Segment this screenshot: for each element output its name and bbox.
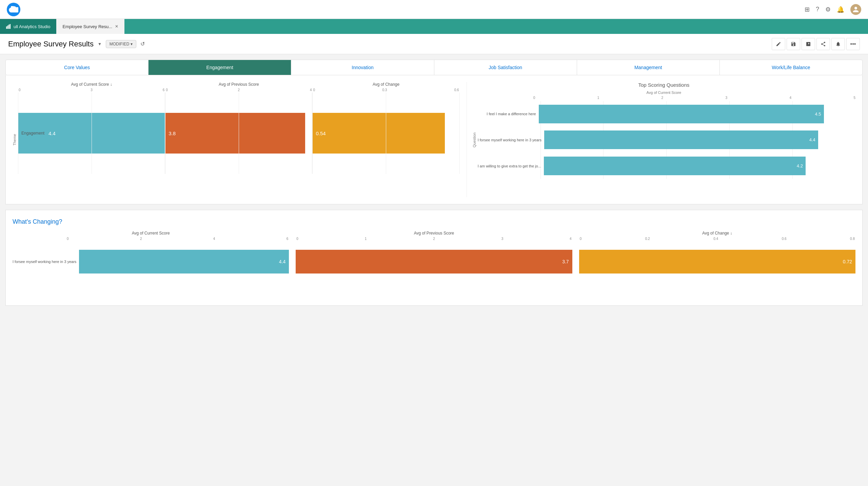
modified-badge[interactable]: MODIFIED ▾ [106,40,136,48]
header-right: ••• [772,38,860,50]
bottom-chart2-axis: 0 1 2 3 4 [296,237,572,241]
chart1-bars: Engagement 4.4 [18,93,165,174]
settings-icon[interactable]: ⚙ [825,6,831,13]
nav-right: ⊞ ? ⚙ 🔔 [805,4,861,15]
nav-left [7,3,20,16]
chart2-axis: 0 2 4 [165,88,312,92]
user-avatar[interactable] [850,4,861,15]
undo-button[interactable]: ↺ [140,41,145,47]
bottom-chart1-bar: 4.4 [79,250,289,274]
bottom-chart2-bars: 3.7 [296,241,572,282]
app-tab-bar: ull Analytics Studio Employee Survey Res… [0,19,868,34]
charts-row: Theme Avg of Current Score ↓ 0 3 6 [13,82,855,197]
chart3-bars: 0.54 [312,93,459,174]
right-chart-body: Question [472,101,855,179]
avg-current-score-chart: Avg of Current Score ↓ 0 3 6 [18,82,165,197]
right-bar-1-wrap: 4.5 [539,105,855,123]
chart-tab-navigation: Core Values Engagement Innovation Job Sa… [5,60,863,75]
chart1-bar: Engagement 4.4 [18,113,165,154]
notifications-icon[interactable]: 🔔 [837,6,844,13]
right-bar-1-fill: 4.5 [539,105,824,123]
right-chart-axis-title: Avg of Current Score [472,90,855,95]
bottom-chart3-title: Avg of Change ↓ [579,231,855,236]
more-options-button[interactable]: ••• [846,38,860,50]
bottom-chart2-title: Avg of Previous Score [296,231,572,236]
right-bar-3: I am willing to give extra to get the jo… [478,157,855,175]
chart1-title: Avg of Current Score ↓ [18,82,165,87]
avg-change-chart: Avg of Change 0 0.3 0.6 [312,82,459,197]
tab-management[interactable]: Management [577,60,720,75]
svg-rect-0 [6,26,7,29]
bottom-avg-change-chart: Avg of Change ↓ 0 0.2 0.4 0.6 0.8 0.72 [579,231,855,299]
right-chart-x-axis: 0 1 2 3 4 5 [472,96,855,100]
section-title: What's Changing? [13,217,855,225]
survey-results-tab[interactable]: Employee Survey Resu... ✕ [56,19,124,34]
bottom-panel: What's Changing? Avg of Current Score 0 … [5,210,863,306]
salesforce-logo[interactable] [7,3,20,16]
save-button[interactable] [787,38,800,50]
grid-icon[interactable]: ⊞ [805,6,810,13]
tab-job-satisfaction[interactable]: Job Satisfaction [434,60,577,75]
page-title: Employee Survey Results [8,40,94,48]
right-bar-2: I forsee myself working here in 3 years … [478,130,855,149]
right-bar-3-wrap: 4.2 [544,157,855,175]
right-chart-bars-container: I feel I make a difference here 4.5 I fo… [478,101,855,179]
right-bar-1-label: I feel I make a difference here [478,112,539,116]
chart1-axis: 0 3 6 [18,88,165,92]
theme-y-label: Theme [13,134,17,145]
edit-button[interactable] [772,38,785,50]
top-chart-panel: Theme Avg of Current Score ↓ 0 3 6 [5,75,863,204]
title-dropdown-icon[interactable]: ▼ [98,42,102,46]
bottom-question-label: I forsee myself working here in 3 years [13,260,79,264]
right-bar-2-wrap: 4.4 [544,130,855,149]
question-y-label: Question [472,101,476,179]
tab-work-life-balance[interactable]: Work/Life Balance [720,60,862,75]
header-left: Employee Survey Results ▼ MODIFIED ▾ ↺ [8,40,145,48]
tab-engagement[interactable]: Engagement [149,60,291,75]
right-bar-3-fill: 4.2 [544,157,806,175]
svg-rect-3 [10,24,11,29]
help-icon[interactable]: ? [816,6,819,13]
close-tab-icon[interactable]: ✕ [115,24,118,29]
svg-rect-2 [8,25,9,29]
chart3-axis: 0 0.3 0.6 [312,88,459,92]
main-content: Core Values Engagement Innovation Job Sa… [0,54,868,311]
analytics-studio-tab[interactable]: ull Analytics Studio [0,19,56,34]
chart2-bar: 3.8 [165,113,305,154]
top-navigation: ⊞ ? ⚙ 🔔 [0,0,868,19]
right-chart-title: Top Scoring Questions [472,82,855,88]
bottom-chart1-title: Avg of Current Score [13,231,289,236]
chart3-title: Avg of Change [312,82,459,87]
chart3-bar: 0.54 [312,113,445,154]
avg-previous-score-chart: Avg of Previous Score 0 2 4 [165,82,312,197]
present-button[interactable] [802,38,815,50]
right-bar-2-fill: 4.4 [544,130,818,149]
bottom-chart3-axis: 0 0.2 0.4 0.6 0.8 [579,237,855,241]
right-bar-2-label: I forsee myself working here in 3 years [478,138,544,142]
share-button[interactable] [816,38,830,50]
bottom-charts-row: Avg of Current Score 0 2 4 6 I forsee my… [13,231,855,299]
right-bar-3-label: I am willing to give extra to get the jo… [478,164,544,168]
tab-innovation[interactable]: Innovation [291,60,434,75]
header-bar: Employee Survey Results ▼ MODIFIED ▾ ↺ •… [0,34,868,54]
notify-button[interactable] [831,38,845,50]
bottom-chart3-bar: 0.72 [579,250,855,274]
tab-core-values[interactable]: Core Values [6,60,149,75]
left-charts: Theme Avg of Current Score ↓ 0 3 6 [13,82,460,197]
svg-rect-1 [7,25,8,29]
bottom-chart1-bars: I forsee myself working here in 3 years … [13,241,289,282]
chart2-title: Avg of Previous Score [165,82,312,87]
bottom-chart3-bars: 0.72 [579,241,855,282]
bottom-chart1-axis: 0 2 4 6 [13,237,289,241]
right-bar-1: I feel I make a difference here 4.5 [478,105,855,123]
chart2-bars: 3.8 [165,93,312,174]
bottom-chart2-bar: 3.7 [296,250,572,274]
bottom-avg-current-score-chart: Avg of Current Score 0 2 4 6 I forsee my… [13,231,289,299]
bottom-avg-previous-score-chart: Avg of Previous Score 0 1 2 3 4 3.7 [296,231,572,299]
top-scoring-questions-chart: Top Scoring Questions Avg of Current Sco… [467,82,855,197]
